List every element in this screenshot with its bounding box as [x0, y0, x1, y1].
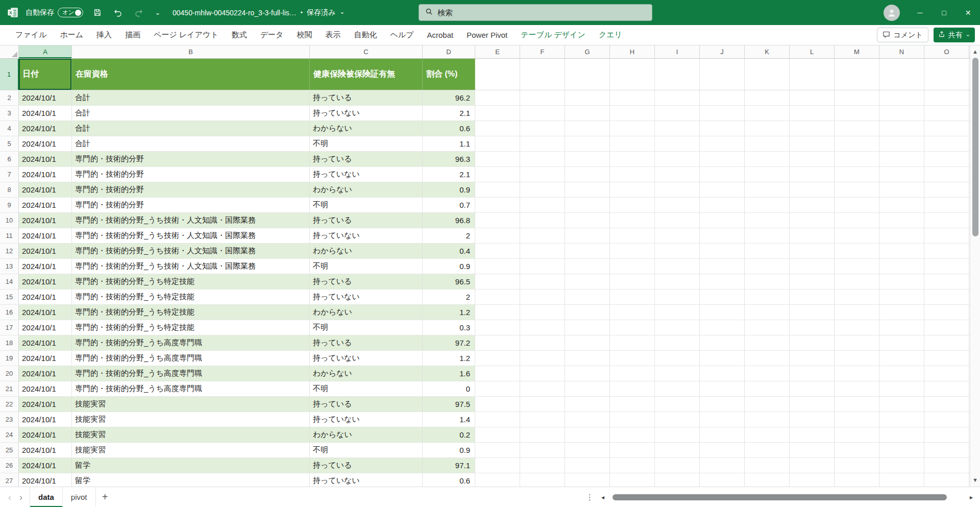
horizontal-scrollbar[interactable] — [608, 494, 966, 501]
ribbon-tab-draw[interactable]: 描画 — [118, 25, 147, 45]
ribbon-tab-acrobat[interactable]: Acrobat — [421, 25, 460, 45]
scroll-down-icon[interactable]: ▼ — [972, 475, 978, 485]
header-cell-B[interactable]: 在留資格 — [72, 59, 310, 90]
row-number[interactable]: 18 — [0, 335, 19, 350]
empty-cells[interactable] — [475, 320, 969, 335]
cell-answer[interactable]: 持っている — [310, 90, 423, 105]
cell-date[interactable]: 2024/10/1 — [19, 152, 72, 166]
cell-category[interactable]: 留学 — [72, 458, 310, 473]
empty-cells[interactable] — [475, 259, 969, 274]
row-number[interactable]: 25 — [0, 443, 19, 457]
cell-answer[interactable]: 持っていない — [310, 473, 423, 487]
empty-cells[interactable] — [475, 473, 969, 487]
cell-date[interactable]: 2024/10/1 — [19, 320, 72, 335]
empty-cells[interactable] — [475, 244, 969, 258]
row-number[interactable]: 11 — [0, 228, 19, 243]
sheet-tab-pivot[interactable]: pivot — [63, 487, 96, 507]
cell-answer[interactable]: 不明 — [310, 198, 423, 212]
empty-cells[interactable] — [475, 106, 969, 120]
scroll-left-icon[interactable]: ◂ — [598, 494, 607, 501]
cell-category[interactable]: 技能実習 — [72, 397, 310, 412]
ribbon-tab-query[interactable]: クエリ — [592, 25, 629, 45]
row-number[interactable]: 4 — [0, 121, 19, 136]
cell-answer[interactable]: 持っている — [310, 397, 423, 412]
row-number[interactable]: 15 — [0, 289, 19, 304]
empty-cells[interactable] — [475, 427, 969, 442]
share-button[interactable]: 共有 ⌄ — [934, 28, 975, 42]
empty-cells[interactable] — [475, 443, 969, 457]
cell-value[interactable]: 0 — [423, 381, 475, 396]
cell-category[interactable]: 技能実習 — [72, 427, 310, 442]
column-header-M[interactable]: M — [835, 45, 879, 58]
ribbon-tab-home[interactable]: ホーム — [53, 25, 90, 45]
cell-answer[interactable]: 持っていない — [310, 167, 423, 182]
cell-category[interactable]: 専門的・技術的分野 — [72, 198, 310, 212]
empty-cells[interactable] — [475, 289, 969, 304]
cell-value[interactable]: 0.2 — [423, 427, 475, 442]
cell-answer[interactable]: わからない — [310, 121, 423, 136]
column-header-A[interactable]: A — [19, 45, 72, 58]
cell-date[interactable]: 2024/10/1 — [19, 182, 72, 197]
cell-category[interactable]: 専門的・技術的分野 — [72, 152, 310, 166]
cell-value[interactable]: 1.6 — [423, 366, 475, 381]
ribbon-tab-insert[interactable]: 挿入 — [90, 25, 118, 45]
cell-answer[interactable]: 不明 — [310, 320, 423, 335]
ribbon-tab-view[interactable]: 表示 — [318, 25, 347, 45]
empty-cells[interactable] — [475, 228, 969, 243]
cell-value[interactable]: 1.2 — [423, 305, 475, 320]
cell-answer[interactable]: 持っている — [310, 274, 423, 289]
cell-category[interactable]: 専門的・技術的分野_うち技術・人文知識・国際業務 — [72, 244, 310, 258]
column-header-K[interactable]: K — [745, 45, 790, 58]
add-sheet-button[interactable]: + — [96, 491, 114, 503]
cell-category[interactable]: 専門的・技術的分野_うち技術・人文知識・国際業務 — [72, 213, 310, 228]
row-number[interactable]: 26 — [0, 458, 19, 473]
column-header-I[interactable]: I — [655, 45, 700, 58]
empty-cells[interactable] — [475, 458, 969, 473]
cell-value[interactable]: 0.9 — [423, 182, 475, 197]
maximize-button[interactable]: □ — [932, 0, 956, 25]
column-header-E[interactable]: E — [475, 45, 520, 58]
cell-date[interactable]: 2024/10/1 — [19, 305, 72, 320]
cell-date[interactable]: 2024/10/1 — [19, 412, 72, 427]
empty-cells[interactable] — [475, 213, 969, 228]
row-number[interactable]: 1 — [0, 59, 19, 90]
cell-value[interactable]: 1.1 — [423, 136, 475, 151]
empty-cells[interactable] — [475, 90, 969, 105]
cell-date[interactable]: 2024/10/1 — [19, 167, 72, 182]
cell-date[interactable]: 2024/10/1 — [19, 351, 72, 366]
cell-value[interactable]: 96.5 — [423, 274, 475, 289]
cell-value[interactable]: 2 — [423, 289, 475, 304]
select-all-corner[interactable] — [0, 45, 19, 58]
cell-answer[interactable]: 持っていない — [310, 106, 423, 120]
cell-date[interactable]: 2024/10/1 — [19, 289, 72, 304]
column-header-C[interactable]: C — [310, 45, 423, 58]
cell-answer[interactable]: 不明 — [310, 381, 423, 396]
cell-value[interactable]: 97.5 — [423, 397, 475, 412]
cell-value[interactable]: 0.7 — [423, 198, 475, 212]
ribbon-tab-table-design[interactable]: テーブル デザイン — [514, 25, 592, 45]
tab-splitter-icon[interactable]: ⋮ — [581, 493, 598, 502]
row-number[interactable]: 5 — [0, 136, 19, 151]
cell-date[interactable]: 2024/10/1 — [19, 443, 72, 457]
sheet-tab-data[interactable]: data — [30, 487, 63, 507]
row-number[interactable]: 9 — [0, 198, 19, 212]
cell-answer[interactable]: 持っている — [310, 335, 423, 350]
row-number[interactable]: 14 — [0, 274, 19, 289]
column-header-J[interactable]: J — [700, 45, 745, 58]
cell-date[interactable]: 2024/10/1 — [19, 244, 72, 258]
cell-category[interactable]: 専門的・技術的分野_うち高度専門職 — [72, 335, 310, 350]
cell-answer[interactable]: 持っている — [310, 458, 423, 473]
cell-date[interactable]: 2024/10/1 — [19, 106, 72, 120]
cell-answer[interactable]: 持っていない — [310, 228, 423, 243]
empty-cells[interactable] — [475, 198, 969, 212]
row-number[interactable]: 24 — [0, 427, 19, 442]
column-header-B[interactable]: B — [72, 45, 310, 58]
column-header-G[interactable]: G — [565, 45, 610, 58]
cell-date[interactable]: 2024/10/1 — [19, 458, 72, 473]
cell-answer[interactable]: わからない — [310, 305, 423, 320]
ribbon-tab-file[interactable]: ファイル — [9, 25, 53, 45]
cell-answer[interactable]: 持っている — [310, 213, 423, 228]
cell-date[interactable]: 2024/10/1 — [19, 274, 72, 289]
cell-category[interactable]: 専門的・技術的分野_うち特定技能 — [72, 320, 310, 335]
row-number[interactable]: 22 — [0, 397, 19, 412]
